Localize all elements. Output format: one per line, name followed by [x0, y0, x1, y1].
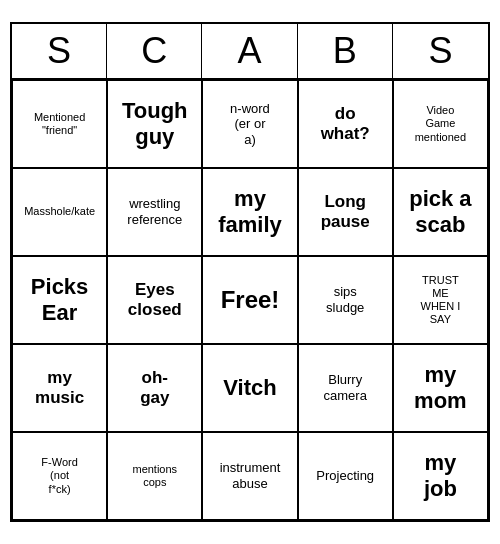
cell-label: Video Game mentioned: [415, 104, 466, 144]
bingo-cell[interactable]: TRUST ME WHEN I SAY: [393, 256, 488, 344]
header-row: SCABS: [12, 24, 488, 80]
bingo-cell[interactable]: Mentioned "friend": [12, 80, 107, 168]
cell-label: F-Word (not f*ck): [41, 456, 77, 496]
bingo-cell[interactable]: instrument abuse: [202, 432, 297, 520]
cell-label: n-word (er or a): [230, 101, 270, 148]
bingo-grid: Mentioned "friend"Tough guyn-word (er or…: [12, 80, 488, 520]
cell-label: Free!: [221, 286, 280, 315]
bingo-card: SCABS Mentioned "friend"Tough guyn-word …: [10, 22, 490, 522]
bingo-cell[interactable]: pick a scab: [393, 168, 488, 256]
cell-label: Mentioned "friend": [34, 111, 85, 137]
cell-label: my music: [35, 368, 84, 409]
bingo-cell[interactable]: wrestling reference: [107, 168, 202, 256]
cell-label: Eyes closed: [128, 280, 182, 321]
cell-label: Projecting: [316, 468, 374, 484]
bingo-cell[interactable]: Projecting: [298, 432, 393, 520]
bingo-cell[interactable]: Video Game mentioned: [393, 80, 488, 168]
bingo-cell[interactable]: mentions cops: [107, 432, 202, 520]
bingo-cell[interactable]: oh- gay: [107, 344, 202, 432]
header-letter: S: [12, 24, 107, 78]
cell-label: Tough guy: [122, 98, 188, 151]
bingo-cell[interactable]: Free!: [202, 256, 297, 344]
cell-label: mentions cops: [132, 463, 177, 489]
cell-label: my mom: [414, 362, 467, 415]
bingo-cell[interactable]: Blurry camera: [298, 344, 393, 432]
cell-label: sips sludge: [326, 284, 364, 315]
header-letter: C: [107, 24, 202, 78]
bingo-cell[interactable]: Picks Ear: [12, 256, 107, 344]
header-letter: B: [298, 24, 393, 78]
cell-label: my family: [218, 186, 282, 239]
bingo-cell[interactable]: my job: [393, 432, 488, 520]
header-letter: A: [202, 24, 297, 78]
bingo-cell[interactable]: Long pause: [298, 168, 393, 256]
bingo-cell[interactable]: Vitch: [202, 344, 297, 432]
bingo-cell[interactable]: my family: [202, 168, 297, 256]
bingo-cell[interactable]: my mom: [393, 344, 488, 432]
cell-label: instrument abuse: [220, 460, 281, 491]
cell-label: oh- gay: [140, 368, 169, 409]
cell-label: Masshole/kate: [24, 205, 95, 218]
cell-label: pick a scab: [409, 186, 471, 239]
cell-label: Picks Ear: [31, 274, 89, 327]
bingo-cell[interactable]: sips sludge: [298, 256, 393, 344]
bingo-cell[interactable]: Eyes closed: [107, 256, 202, 344]
bingo-cell[interactable]: Masshole/kate: [12, 168, 107, 256]
cell-label: Vitch: [223, 375, 276, 401]
bingo-cell[interactable]: do what?: [298, 80, 393, 168]
cell-label: do what?: [321, 104, 370, 145]
header-letter: S: [393, 24, 488, 78]
bingo-cell[interactable]: n-word (er or a): [202, 80, 297, 168]
cell-label: Blurry camera: [324, 372, 367, 403]
cell-label: TRUST ME WHEN I SAY: [421, 274, 461, 327]
cell-label: my job: [424, 450, 457, 503]
bingo-cell[interactable]: F-Word (not f*ck): [12, 432, 107, 520]
cell-label: Long pause: [321, 192, 370, 233]
bingo-cell[interactable]: Tough guy: [107, 80, 202, 168]
bingo-cell[interactable]: my music: [12, 344, 107, 432]
cell-label: wrestling reference: [127, 196, 182, 227]
